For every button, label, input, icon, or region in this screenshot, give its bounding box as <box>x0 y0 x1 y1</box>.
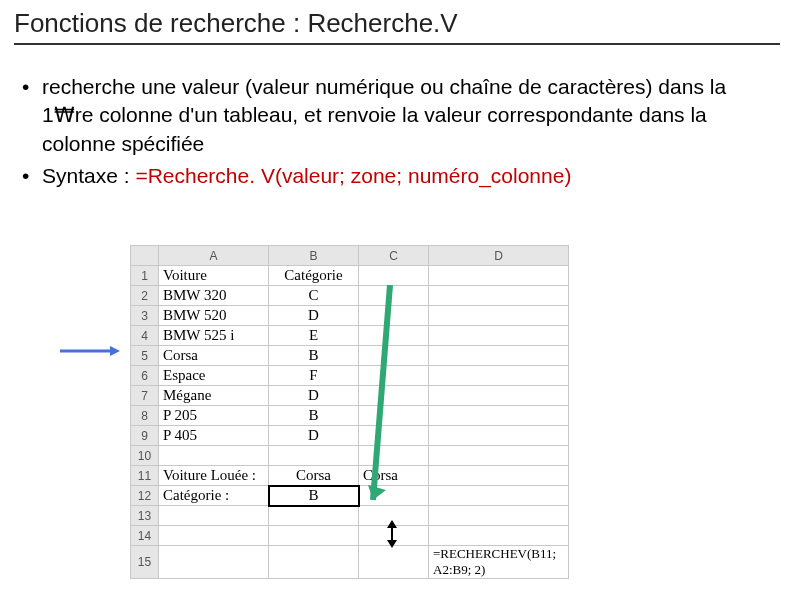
cell <box>359 446 429 466</box>
row-header: 6 <box>131 366 159 386</box>
cell <box>359 506 429 526</box>
cell <box>359 486 429 506</box>
slide: Fonctions de recherche : Recherche.V • r… <box>0 0 794 595</box>
cell <box>429 326 569 346</box>
cell <box>359 346 429 366</box>
cell: Voiture <box>159 266 269 286</box>
page-title: Fonctions de recherche : Recherche.V <box>14 8 780 45</box>
blue-arrow-icon <box>60 346 120 356</box>
row-header: 11 <box>131 466 159 486</box>
col-header: D <box>429 246 569 266</box>
cell <box>359 386 429 406</box>
cell <box>429 426 569 446</box>
cell <box>269 506 359 526</box>
bullet-text: recherche une valeur (valeur numérique o… <box>42 73 780 158</box>
cell <box>159 526 269 546</box>
cell: BMW 525 i <box>159 326 269 346</box>
cell: Catégorie : <box>159 486 269 506</box>
row-header: 13 <box>131 506 159 526</box>
cell: F <box>269 366 359 386</box>
cell <box>429 406 569 426</box>
cell: D <box>269 426 359 446</box>
row-header: 3 <box>131 306 159 326</box>
bullet-dot: • <box>22 162 42 190</box>
bullet-item: • recherche une valeur (valeur numérique… <box>22 73 780 158</box>
cell <box>429 446 569 466</box>
spreadsheet: A B C D 1VoitureCatégorie 2BMW 320C 3BMW… <box>130 245 590 579</box>
col-header: B <box>269 246 359 266</box>
col-header: C <box>359 246 429 266</box>
cell <box>359 286 429 306</box>
cell <box>269 526 359 546</box>
cell <box>359 426 429 446</box>
cell <box>269 446 359 466</box>
cell <box>429 306 569 326</box>
cell: BMW 320 <box>159 286 269 306</box>
cell <box>359 406 429 426</box>
row-header: 4 <box>131 326 159 346</box>
corner-header <box>131 246 159 266</box>
cell <box>429 346 569 366</box>
cell <box>359 326 429 346</box>
row-header: 12 <box>131 486 159 506</box>
cell: P 205 <box>159 406 269 426</box>
bullet-list: • recherche une valeur (valeur numérique… <box>14 73 780 190</box>
cell: Corsa <box>159 346 269 366</box>
cell <box>359 266 429 286</box>
cell <box>429 266 569 286</box>
cell: Espace <box>159 366 269 386</box>
sheet-table: A B C D 1VoitureCatégorie 2BMW 320C 3BMW… <box>130 245 569 579</box>
cell: C <box>269 286 359 306</box>
cell: D <box>269 386 359 406</box>
row-header: 8 <box>131 406 159 426</box>
row-header: 5 <box>131 346 159 366</box>
cell: Corsa <box>359 466 429 486</box>
syntax-red: =Recherche. V(valeur; zone; numéro_colon… <box>135 164 571 187</box>
cell: Voiture Louée : <box>159 466 269 486</box>
cell <box>359 366 429 386</box>
cell <box>429 286 569 306</box>
row-header: 7 <box>131 386 159 406</box>
svg-marker-1 <box>110 346 120 356</box>
cell: BMW 520 <box>159 306 269 326</box>
cell: D <box>269 306 359 326</box>
cell <box>269 546 359 579</box>
formula-cell: =RECHERCHEV(B11; A2:B9; 2) <box>429 546 569 579</box>
col-header: A <box>159 246 269 266</box>
highlight-cell: B <box>269 486 359 506</box>
cell <box>159 506 269 526</box>
cell <box>359 526 429 546</box>
cell <box>429 386 569 406</box>
row-header: 15 <box>131 546 159 579</box>
row-header: 9 <box>131 426 159 446</box>
cell: Mégane <box>159 386 269 406</box>
cell: P 405 <box>159 426 269 446</box>
cell <box>429 366 569 386</box>
cell <box>429 486 569 506</box>
cell <box>159 546 269 579</box>
cell <box>429 526 569 546</box>
row-header: 2 <box>131 286 159 306</box>
cell: Corsa <box>269 466 359 486</box>
row-header: 1 <box>131 266 159 286</box>
row-header: 14 <box>131 526 159 546</box>
bullet-dot: • <box>22 73 42 158</box>
bullet-text: Syntaxe : =Recherche. V(valeur; zone; nu… <box>42 162 571 190</box>
cell <box>429 466 569 486</box>
cell: B <box>269 346 359 366</box>
bullet-item: • Syntaxe : =Recherche. V(valeur; zone; … <box>22 162 780 190</box>
cell <box>359 306 429 326</box>
cell: B <box>269 406 359 426</box>
cell <box>159 446 269 466</box>
row-header: 10 <box>131 446 159 466</box>
cell <box>429 506 569 526</box>
cell: Catégorie <box>269 266 359 286</box>
cell <box>359 546 429 579</box>
cell: E <box>269 326 359 346</box>
